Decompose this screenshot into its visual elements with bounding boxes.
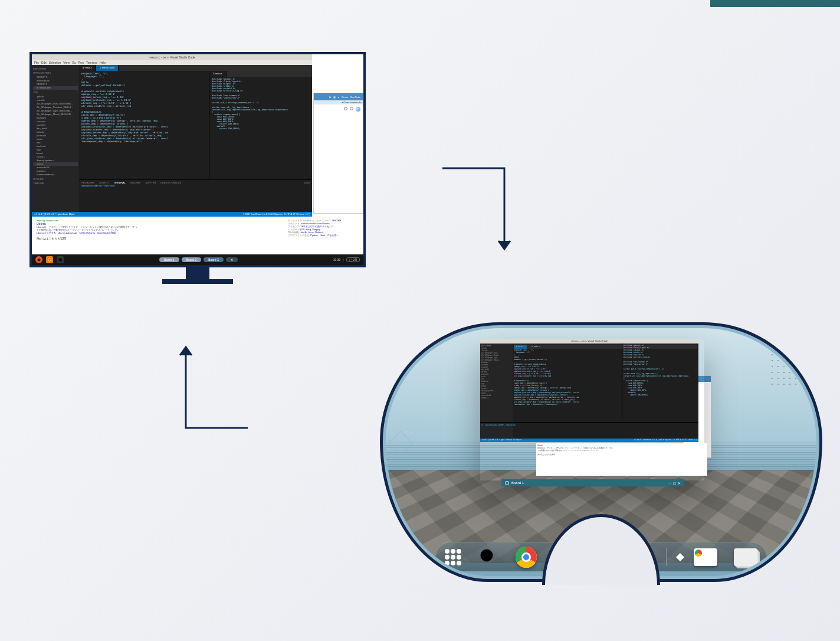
browser-tool-icon[interactable]: ● xyxy=(338,96,339,99)
menu-help[interactable]: Help xyxy=(100,61,106,64)
vr-tree: .github.vscodeZin_Wallpaper_Dark...Zin_W… xyxy=(481,347,511,399)
desktop-monitor: ⧉ ◨ ● Gmoz GnuOutlo ▪ Other bookmarks me… xyxy=(29,52,366,282)
vscode-editor-area: M main.c + meson.build project('zen', 'c… xyxy=(79,65,312,212)
terminal-content[interactable]: lilliperjtisute-AEON7:~/dev/zen$ xyxy=(81,184,310,187)
board-switcher: Board 1 Board 2 Board 3 ✕ xyxy=(67,257,330,262)
monitor-screen: ⧉ ◨ ● Gmoz GnuOutlo ▪ Other bookmarks me… xyxy=(29,52,366,267)
statusbar-left[interactable]: ⎇ ⌂14 ◯0 ⊘0 ⌂ 0 ♾ git-rebase lilliper xyxy=(34,212,75,217)
menu-go[interactable]: Go xyxy=(72,61,76,64)
browser-extension[interactable]: GnuOutlo xyxy=(350,96,360,99)
vr-decor-dots xyxy=(769,352,816,387)
menu-run[interactable]: Run xyxy=(78,61,84,64)
terminal-icon[interactable]: ▣ xyxy=(57,256,64,263)
avatar[interactable] xyxy=(356,107,360,112)
vr-result-desc: ての環境において動作可能なオープンソースソフトウェアオペレーティング... xyxy=(537,449,706,452)
tree-item[interactable]: screen-renderer.c xyxy=(33,173,78,176)
vscode-menubar: File Edit Selection View Go Run Terminal… xyxy=(32,60,312,65)
workspace-label[interactable]: ZEN xyxy=(33,91,78,94)
board-button[interactable]: Board 1 xyxy=(159,257,179,262)
board-logo-icon xyxy=(505,481,509,485)
terminal-tab[interactable]: GITLENS xyxy=(130,181,140,184)
running-app-chrome[interactable] xyxy=(694,548,717,566)
timeline-label[interactable]: TIMELINE xyxy=(33,182,78,185)
board-button-active[interactable]: Board 3 xyxy=(204,257,224,262)
vr-tab[interactable]: M main.c xyxy=(529,345,542,349)
svg-line-1 xyxy=(491,560,496,565)
editor-tab[interactable]: + meson.build xyxy=(96,65,119,71)
editor-tab[interactable]: C main.c xyxy=(209,71,227,77)
open-editors-label[interactable]: OPEN EDITORS xyxy=(33,71,78,74)
vr-statusbar-left: ⎇ ⌂14 ◯0 ⊘0 ⌂ 0 ♾ git-rebase lilliper xyxy=(481,439,521,442)
close-icon[interactable]: ✕ xyxy=(678,481,681,485)
vscode-explorer: EXPLORER OPEN EDITORS GROUP 1 meson.buil… xyxy=(32,65,79,212)
maximize-icon[interactable]: ◻ xyxy=(673,481,676,485)
dock-active-indicator xyxy=(676,552,684,561)
apps-grid-icon[interactable] xyxy=(445,549,461,565)
vr-code-right[interactable]: #include <getopt.h> #include <linux/inpu… xyxy=(622,343,698,421)
chrome-icon[interactable] xyxy=(516,547,537,568)
open-file-active[interactable]: M meson.zen xyxy=(33,86,78,90)
grid-icon[interactable] xyxy=(344,107,347,110)
kg-value[interactable]: GNOME xyxy=(332,219,341,222)
statusbar-right[interactable]: © 2017 LiveShare Ln 4, Col 6 Spaces: 2 U… xyxy=(242,212,310,217)
menu-edit[interactable]: Edit xyxy=(41,61,47,64)
vr-terminal[interactable]: lilliperjtisute-AEON7:~/dev/zen$ xyxy=(480,422,698,439)
search-result[interactable]: https://jp.ubuntu.com Ubuntu Ubuntuは、デスク… xyxy=(37,219,276,253)
menu-selection[interactable]: Selection xyxy=(49,61,61,64)
monitor-stand xyxy=(186,267,209,279)
vr-browser-content[interactable]: Ubuntu Ubuntuは、デスクトップPCやクラウド、インターネットに接続さ… xyxy=(536,443,707,476)
terminal-shell[interactable]: bash xyxy=(304,181,310,184)
menu-file[interactable]: File xyxy=(34,61,39,64)
terminal-prompt: lilliperjtisute-AEON7:~/dev/zen$ xyxy=(81,184,114,187)
tray-separator: | xyxy=(343,258,343,261)
vr-people-also-ask[interactable]: 他の人はこちらも質問 xyxy=(537,453,706,456)
vr-vscode-editor[interactable]: M main.c M main.c project('zen', 'c', la… xyxy=(513,344,698,442)
kg-value[interactable]: Python、Java、Cを使用... xyxy=(310,234,338,237)
browser-header xyxy=(314,104,363,117)
code-editor-right[interactable]: #include <getopt.h> #include <linux/inpu… xyxy=(209,77,312,131)
running-app-stack[interactable] xyxy=(734,548,757,566)
vscode-window[interactable]: meson.c - zen - Visual Studio Code File … xyxy=(32,54,312,217)
browser-tool-icon[interactable]: ⧉ xyxy=(329,96,331,99)
editor-tabs-left: M main.c + meson.build xyxy=(79,65,312,71)
vr-statusbar-right: © 2017 LiveShare Ln 4, Col 6 Spaces: 2 U… xyxy=(634,439,697,442)
terminal-tab[interactable]: JUPYTER xyxy=(145,181,156,184)
vr-hand xyxy=(386,508,401,544)
vr-board-titlebar[interactable]: Board 1 ─ ◻ ✕ xyxy=(501,479,684,486)
ubuntu-icon[interactable]: ◉ xyxy=(35,256,42,263)
vscode-titlebar: meson.c - zen - Visual Studio Code xyxy=(32,54,312,60)
vr-headset: meson.c - zen - Visual Studio Code EXPLO… xyxy=(380,322,822,582)
arrow-up-left xyxy=(174,336,251,431)
blender-icon[interactable]: ⬡ xyxy=(46,256,53,263)
terminal-tab-active[interactable]: TERMINAL xyxy=(114,181,126,184)
top-accent-bar xyxy=(710,0,840,7)
vr-toggle[interactable]: ▢ VR xyxy=(346,257,360,262)
dock-separator xyxy=(666,548,667,566)
clock: 10:30 xyxy=(333,258,341,261)
explorer-title: EXPLORER xyxy=(33,67,78,70)
arrow-down-right xyxy=(439,165,516,260)
browser-tool-icon[interactable]: ◨ xyxy=(333,96,336,99)
people-also-ask[interactable]: 他の人はこちらも質問 xyxy=(37,237,276,240)
vscode-terminal-panel: PROBLEMS OUTPUT TERMINAL GITLENS JUPYTER… xyxy=(79,179,312,212)
editor-tab[interactable]: M main.c xyxy=(79,65,96,71)
minimize-icon[interactable]: ─ xyxy=(669,481,671,485)
apps-icon[interactable] xyxy=(350,107,353,110)
vr-vscode-window[interactable]: meson.c - zen - Visual Studio Code EXPLO… xyxy=(480,339,698,442)
menu-terminal[interactable]: Terminal xyxy=(86,61,97,64)
taskbar: ◉ ⬡ ▣ Board 1 Board 2 Board 3 ✕ 10:30 | … xyxy=(32,254,363,265)
board-close-button[interactable]: ✕ xyxy=(226,257,238,262)
taskbar-tray: 10:30 | ▢ VR xyxy=(333,257,360,262)
browser-window-behind[interactable]: ⧉ ◨ ● Gmoz GnuOutlo ▪ Other bookmarks xyxy=(313,93,363,214)
bookmarks-bar[interactable]: ▪ Other bookmarks xyxy=(314,100,363,104)
vr-statusbar: ⎇ ⌂14 ◯0 ⊘0 ⌂ 0 ♾ git-rebase lilliper © … xyxy=(480,439,698,442)
board-button[interactable]: Board 2 xyxy=(182,257,202,262)
vr-tab[interactable]: M main.c xyxy=(514,345,527,349)
vr-terminal-prompt: lilliperjtisute-AEON7:~/dev/zen$ xyxy=(481,424,516,426)
result-links[interactable]: Ubuntuを入手する · Ubuntu Advantage · IoT向けUb… xyxy=(37,231,276,234)
menu-view[interactable]: View xyxy=(63,61,70,64)
browser-extension[interactable]: Gmoz xyxy=(342,96,348,99)
outline-label[interactable]: OUTLINE xyxy=(33,178,78,181)
terminal-tab[interactable]: DEBUG CONSOLE xyxy=(160,181,181,184)
search-icon[interactable] xyxy=(478,547,499,568)
